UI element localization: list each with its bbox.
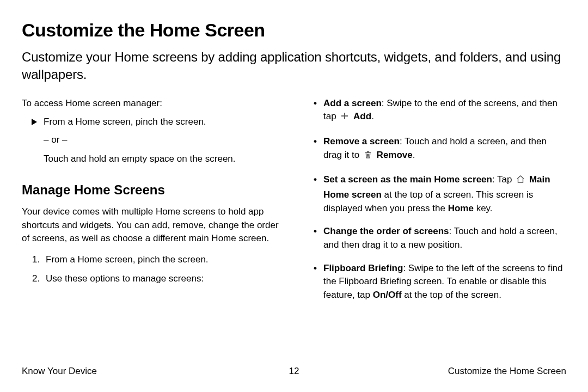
or-separator: – or – bbox=[44, 133, 281, 147]
triangle-bullet-icon bbox=[32, 119, 37, 125]
subheading-manage: Manage Home Screens bbox=[22, 181, 281, 200]
option-label: Remove a screen bbox=[323, 136, 400, 146]
intro-paragraph: Customize your Home screens by adding ap… bbox=[22, 48, 566, 84]
option-text-end: . bbox=[413, 150, 415, 160]
list-item: Remove a screen: Touch and hold a screen… bbox=[307, 135, 566, 163]
touch-hold-text: Touch and hold an empty space on the scr… bbox=[44, 152, 281, 166]
left-column: To access Home screen manager: From a Ho… bbox=[22, 97, 281, 312]
trash-icon bbox=[363, 150, 373, 164]
option-text-end: key. bbox=[474, 203, 493, 213]
page-number: 12 bbox=[289, 366, 299, 377]
steps-list: From a Home screen, pinch the screen. Us… bbox=[42, 253, 281, 285]
option-action: Remove bbox=[377, 150, 413, 160]
list-item: Change the order of screens: Touch and h… bbox=[307, 225, 566, 252]
home-icon bbox=[516, 174, 525, 188]
option-label: Flipboard Briefing bbox=[323, 263, 403, 273]
option-text: : Tap bbox=[492, 174, 514, 185]
page-title: Customize the Home Screen bbox=[22, 20, 566, 41]
home-key-label: Home bbox=[448, 203, 474, 213]
option-label: Set a screen as the main Home screen bbox=[323, 174, 492, 185]
option-text-end: . bbox=[371, 111, 374, 121]
step-item: From a Home screen, pinch the screen. bbox=[42, 253, 281, 267]
option-action: On/Off bbox=[373, 290, 402, 300]
option-label: Change the order of screens bbox=[323, 226, 449, 236]
step-item: Use these options to manage screens: bbox=[42, 272, 281, 286]
footer-right: Customize the Home Screen bbox=[448, 366, 566, 377]
option-text-end: at the top of the screen. bbox=[402, 290, 501, 300]
right-column: Add a screen: Swipe to the end of the sc… bbox=[307, 97, 566, 312]
arrow-item-text: From a Home screen, pinch the screen. bbox=[44, 115, 206, 129]
arrow-list-item: From a Home screen, pinch the screen. bbox=[32, 115, 281, 129]
list-item: Add a screen: Swipe to the end of the sc… bbox=[307, 97, 566, 125]
access-intro: To access Home screen manager: bbox=[22, 97, 281, 111]
option-label: Add a screen bbox=[323, 98, 382, 108]
plus-icon bbox=[340, 111, 350, 125]
manage-description: Your device comes with multiple Home scr… bbox=[22, 205, 281, 246]
options-list: Add a screen: Swipe to the end of the sc… bbox=[307, 97, 566, 302]
list-item: Flipboard Briefing: Swipe to the left of… bbox=[307, 262, 566, 302]
footer-left: Know Your Device bbox=[22, 366, 97, 377]
option-action: Add bbox=[353, 111, 371, 121]
list-item: Set a screen as the main Home screen: Ta… bbox=[307, 173, 566, 215]
page-footer: Know Your Device 12 Customize the Home S… bbox=[22, 366, 566, 377]
